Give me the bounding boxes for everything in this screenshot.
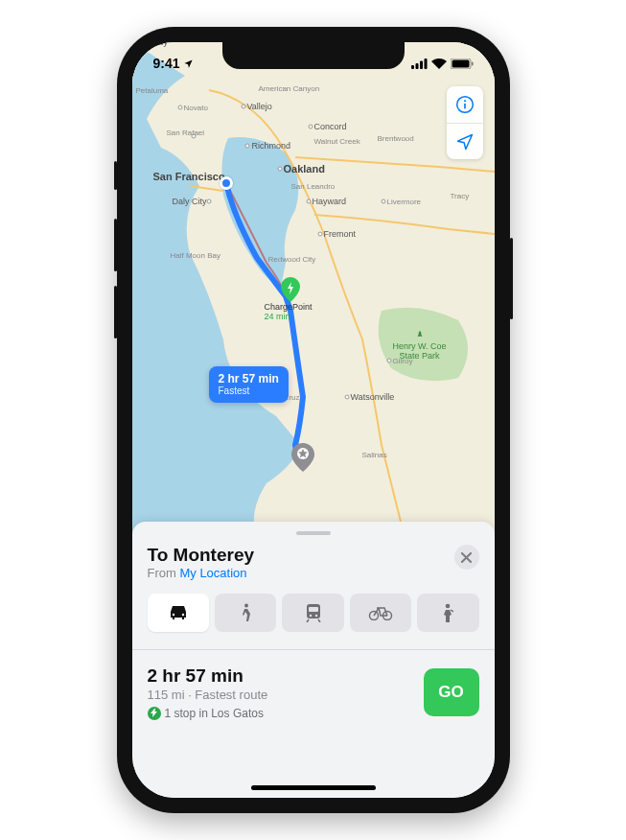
sheet-grabber[interactable]: [296, 531, 331, 535]
label-vallejo: Vallejo: [247, 102, 272, 111]
label-san-leandro: San Leandro: [291, 182, 336, 191]
label-san-rafael: San Rafael: [167, 128, 205, 137]
dot-gilroy: [386, 359, 391, 363]
svg-rect-15: [309, 607, 318, 612]
svg-rect-1: [415, 63, 418, 69]
dot-concord: [308, 125, 313, 129]
start-pin[interactable]: [220, 176, 233, 190]
status-time: 9:41: [153, 56, 180, 71]
svg-rect-2: [420, 60, 423, 69]
label-brentwood: Brentwood: [378, 134, 414, 143]
label-oakland: Oakland: [284, 163, 325, 175]
location-indicator-icon: [183, 58, 194, 69]
go-button[interactable]: GO: [424, 668, 479, 716]
destination-title: To Monterey: [148, 545, 255, 566]
label-salinas: Salinas: [362, 451, 387, 459]
label-hayward: Hayward: [313, 197, 347, 206]
route-info: 2 hr 57 min 115 mi · Fastest route 1 sto…: [148, 650, 479, 720]
destination-pin[interactable]: [291, 443, 314, 472]
dot-oakland: [277, 167, 282, 172]
dot-daly-city: [206, 199, 211, 204]
car-icon: [167, 604, 190, 621]
label-petaluma: Petaluma: [136, 86, 169, 95]
phone-frame: 9:41: [117, 27, 510, 813]
route-callout[interactable]: 2 hr 57 min Fastest: [209, 366, 289, 403]
dot-hayward: [306, 199, 311, 204]
label-walnut-creek: Walnut Creek: [314, 137, 360, 146]
home-indicator[interactable]: [251, 785, 376, 790]
mode-cycle[interactable]: [350, 594, 411, 632]
label-san-francisco: San Francisco: [153, 171, 225, 182]
locate-button[interactable]: [447, 123, 483, 159]
from-link[interactable]: My Location: [179, 566, 246, 580]
dot-watsonville: [344, 395, 349, 400]
info-button[interactable]: [447, 86, 483, 123]
route-subtitle: 115 mi · Fastest route: [148, 688, 268, 702]
wifi-icon: [431, 58, 447, 69]
svg-point-17: [314, 615, 316, 617]
label-redwood-city: Redwood City: [268, 255, 316, 264]
label-richmond: Richmond: [252, 141, 291, 151]
label-fremont: Fremont: [324, 229, 357, 239]
route-stop: 1 stop in Los Gatos: [148, 707, 268, 720]
label-tracy: Tracy: [451, 192, 470, 200]
svg-rect-10: [464, 104, 466, 109]
mode-rideshare[interactable]: [417, 594, 478, 632]
map-controls: [447, 86, 483, 159]
label-livermore: Livermore: [387, 198, 422, 206]
destination-from: From My Location: [148, 566, 255, 580]
label-daly-city: Daly City: [173, 197, 207, 206]
power-button: [510, 238, 513, 319]
dot-novato: [177, 105, 182, 110]
label-henry-coe-park: Henry W. Coe State Park: [393, 330, 447, 362]
location-arrow-icon: [455, 132, 475, 152]
ev-bolt-icon: [148, 707, 161, 720]
label-novato: Novato: [184, 104, 208, 112]
screen: 9:41: [132, 42, 495, 798]
battery-icon: [451, 58, 474, 69]
route-time: 2 hr 57 min: [148, 665, 268, 687]
mode-drive[interactable]: [148, 594, 209, 632]
dot-fremont: [317, 232, 322, 237]
volume-down-button: [114, 286, 117, 338]
svg-point-9: [463, 100, 465, 102]
dot-richmond: [244, 144, 249, 149]
dot-livermore: [381, 199, 385, 204]
rideshare-icon: [442, 603, 453, 622]
notch: [222, 42, 405, 69]
charge-pin[interactable]: [281, 277, 300, 302]
svg-point-13: [244, 604, 248, 608]
label-half-moon-bay: Half Moon Bay: [171, 251, 220, 260]
label-american-canyon: American Canyon: [259, 84, 320, 93]
route-callout-label: Fastest: [219, 385, 279, 397]
walk-icon: [239, 603, 252, 622]
map-view[interactable]: Petaluma Novato Vallejo American Canyon …: [132, 42, 495, 541]
label-watsonville: Watsonville: [351, 392, 395, 402]
bicycle-icon: [368, 605, 393, 620]
svg-point-11: [173, 614, 174, 616]
tree-icon: [415, 330, 425, 339]
silence-switch: [114, 161, 117, 190]
svg-rect-6: [472, 61, 474, 65]
dot-vallejo: [241, 105, 245, 109]
svg-rect-5: [452, 59, 469, 67]
info-icon: [455, 95, 475, 114]
svg-point-12: [182, 614, 184, 616]
svg-rect-3: [424, 58, 427, 69]
svg-point-20: [446, 604, 451, 609]
cellular-signal-icon: [411, 58, 428, 69]
route-callout-time: 2 hr 57 min: [219, 372, 279, 385]
transit-icon: [305, 603, 322, 622]
directions-sheet[interactable]: To Monterey From My Location: [132, 522, 495, 798]
svg-point-16: [309, 615, 311, 617]
close-icon: [461, 552, 472, 563]
transport-mode-row: [148, 594, 479, 632]
volume-up-button: [114, 219, 117, 271]
charge-callout: ChargePoint 24 min: [265, 303, 313, 322]
mode-transit[interactable]: [282, 594, 343, 632]
svg-rect-0: [411, 65, 414, 69]
close-button[interactable]: [454, 545, 479, 570]
label-concord: Concord: [314, 122, 347, 131]
mode-walk[interactable]: [215, 594, 276, 632]
